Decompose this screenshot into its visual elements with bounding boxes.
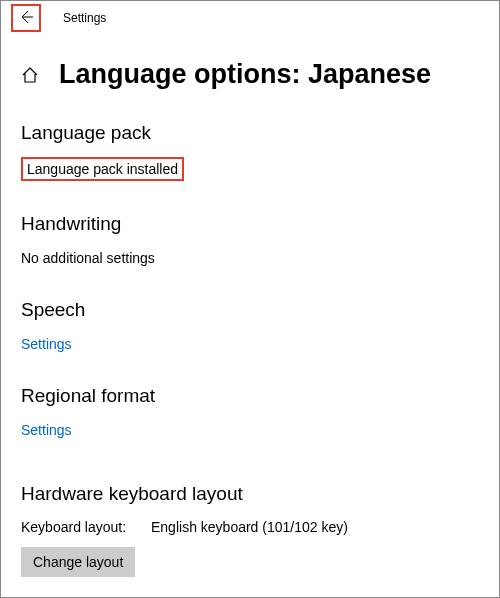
section-language-pack: Language pack Language pack installed [21, 122, 479, 181]
section-regional-format: Regional format Settings [21, 385, 479, 439]
section-handwriting: Handwriting No additional settings [21, 213, 479, 267]
home-icon[interactable] [21, 66, 39, 84]
regional-format-heading: Regional format [21, 385, 479, 407]
section-hardware-keyboard: Hardware keyboard layout Keyboard layout… [21, 483, 479, 577]
titlebar: Settings [1, 1, 499, 35]
speech-heading: Speech [21, 299, 479, 321]
language-pack-heading: Language pack [21, 122, 479, 144]
hardware-keyboard-heading: Hardware keyboard layout [21, 483, 479, 505]
regional-format-settings-link[interactable]: Settings [21, 422, 72, 438]
change-layout-button[interactable]: Change layout [21, 547, 135, 577]
keyboard-layout-row: Keyboard layout: English keyboard (101/1… [21, 519, 479, 535]
keyboard-layout-value: English keyboard (101/102 key) [151, 519, 348, 535]
page-title: Language options: Japanese [59, 59, 431, 90]
back-button[interactable] [11, 4, 41, 32]
section-speech: Speech Settings [21, 299, 479, 353]
language-pack-status: Language pack installed [21, 157, 184, 181]
back-arrow-icon [18, 9, 34, 28]
content-area: Language pack Language pack installed Ha… [1, 122, 499, 577]
page-header: Language options: Japanese [1, 59, 499, 90]
handwriting-heading: Handwriting [21, 213, 479, 235]
handwriting-status: No additional settings [21, 250, 155, 266]
speech-settings-link[interactable]: Settings [21, 336, 72, 352]
window-title: Settings [63, 11, 106, 25]
keyboard-layout-label: Keyboard layout: [21, 519, 151, 535]
